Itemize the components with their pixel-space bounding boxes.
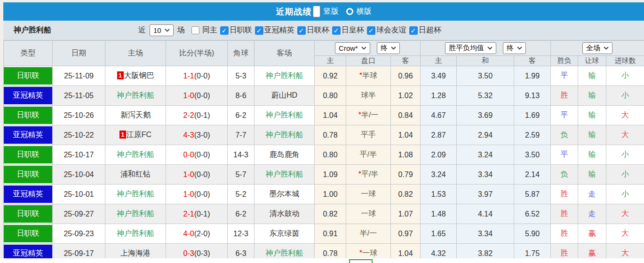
league-type-badge: 日职联 — [4, 67, 52, 85]
radio-vertical-selected-icon[interactable] — [313, 6, 320, 17]
asian-odds-header: Crow* 终 — [315, 41, 421, 56]
fulltime-score: 4-0 — [183, 230, 194, 238]
home-team[interactable]: 神户胜利船 — [105, 224, 166, 244]
radio-horizontal-label[interactable]: 横版 — [357, 7, 372, 16]
asian-handicap: *半球 — [346, 66, 391, 86]
asian-away-odds: 1.04 — [391, 125, 421, 145]
home-team[interactable]: 神户胜利船 — [105, 86, 166, 106]
away-team[interactable]: 神户胜利船 — [254, 125, 315, 145]
filter-checkbox-item[interactable]: 同主 — [191, 25, 217, 35]
recent-count-select[interactable]: 10 — [150, 24, 174, 36]
match-type-cell: 日职联 — [4, 224, 53, 244]
filter-bar: 神户胜利船 近 10 场 同主✓日职联✓亚冠精英✓日联杯✓日皇杯✓球会友谊✓日超… — [3, 21, 644, 40]
filter-checkbox-item[interactable]: ✓日超杯 — [409, 25, 441, 35]
checkbox-label[interactable]: 日皇杯 — [342, 25, 364, 35]
chevron-down-icon — [361, 46, 366, 50]
euro-away-odds: 6.52 — [514, 204, 551, 224]
checkbox-label[interactable]: 日超杯 — [419, 25, 441, 35]
score: 0-0(0-0) — [166, 145, 228, 165]
home-team[interactable]: 神户胜利船 — [105, 204, 166, 224]
odds-source-select[interactable]: Crow* — [335, 42, 370, 54]
euro-home-odds: 1.53 — [421, 185, 457, 204]
league-type-badge: 亚冠精英 — [4, 126, 52, 144]
halftime-score: (0-0) — [194, 190, 210, 198]
filter-checkbox-item[interactable]: ✓日联杯 — [297, 25, 329, 35]
fulltime-score: 1-0 — [183, 190, 194, 198]
checkbox-checked-icon[interactable]: ✓ — [409, 26, 418, 35]
away-team[interactable]: 神户胜利船 — [254, 66, 315, 86]
home-team[interactable]: 浦和红钻 — [105, 165, 166, 185]
league-type-badge: 日职联 — [4, 146, 52, 163]
away-team[interactable]: 东京绿茵 — [254, 224, 315, 244]
bottom-strip — [0, 258, 644, 263]
home-team[interactable]: 1大阪钢巴 — [105, 66, 166, 86]
chevron-down-icon — [391, 46, 396, 50]
result-handicap: 输 — [578, 86, 606, 106]
result-goals: 大 — [606, 224, 644, 244]
asian-home-odds: 0.78 — [315, 125, 346, 145]
away-team[interactable]: 神户胜利船 — [254, 165, 315, 185]
euro-metric-select[interactable]: 胜平负均值 — [445, 42, 496, 54]
match-date: 25-10-01 — [53, 185, 105, 204]
radio-vertical-label[interactable]: 竖版 — [324, 7, 339, 16]
checkbox-unchecked-icon[interactable] — [191, 26, 199, 34]
title-bar: 近期战绩 竖版 横版 — [3, 2, 644, 21]
euro-away-odds: 5.87 — [514, 185, 551, 204]
filter-checkbox-item[interactable]: ✓球会友谊 — [367, 25, 406, 35]
result-wdl: 平 — [551, 145, 578, 165]
asian-handicap: 平/半 — [346, 145, 391, 165]
radio-horizontal-unselected-icon[interactable] — [346, 8, 353, 15]
away-team[interactable]: 蔚山HD — [254, 86, 315, 106]
filter-checkbox-item[interactable]: ✓日皇杯 — [332, 25, 364, 35]
result-scope-header: 全场 — [551, 41, 644, 56]
away-team[interactable]: 神户胜利船 — [254, 106, 315, 125]
home-team[interactable]: 1江原FC — [105, 125, 166, 145]
asian-home-odds: 0.80 — [315, 145, 346, 165]
checkbox-checked-icon[interactable]: ✓ — [367, 26, 375, 35]
checkbox-checked-icon[interactable]: ✓ — [255, 26, 263, 35]
col-header-away: 客场 — [254, 41, 315, 66]
euro-away-odds: 1.99 — [514, 66, 551, 86]
scope-select[interactable]: 全场 — [582, 42, 612, 54]
checkbox-label[interactable]: 日职联 — [230, 25, 252, 35]
euro-away-odds: 9.13 — [514, 86, 551, 106]
away-team[interactable]: 鹿岛鹿角 — [254, 145, 315, 165]
result-handicap: 输 — [578, 125, 606, 145]
asian-home-odds: 1.04 — [315, 106, 346, 125]
checkbox-checked-icon[interactable]: ✓ — [297, 26, 306, 35]
checkbox-label[interactable]: 球会友谊 — [376, 25, 406, 35]
sub-header-asian-home: 主 — [315, 56, 346, 66]
filter-checkbox-group: 同主✓日职联✓亚冠精英✓日联杯✓日皇杯✓球会友谊✓日超杯 — [189, 25, 441, 35]
filter-checkbox-item[interactable]: ✓亚冠精英 — [255, 25, 294, 35]
league-type-badge: 亚冠精英 — [4, 87, 52, 104]
star-marker: * — [359, 249, 362, 257]
checkbox-label[interactable]: 日联杯 — [307, 25, 329, 35]
away-team[interactable]: 墨尔本城 — [254, 185, 315, 204]
away-team[interactable]: 清水鼓动 — [254, 204, 315, 224]
match-row: 亚冠精英25-10-221江原FC4-3(3-0)7-7神户胜利船0.78平手1… — [4, 125, 644, 145]
asian-time-select[interactable]: 终 — [377, 42, 400, 54]
halftime-score: (0-1) — [194, 210, 210, 218]
asian-handicap: 球半 — [346, 86, 391, 106]
checkbox-checked-icon[interactable]: ✓ — [220, 26, 229, 35]
score: 1-0(0-0) — [166, 86, 228, 106]
fulltime-score: 2-1 — [183, 210, 194, 218]
euro-draw-odds: 3.69 — [457, 106, 514, 125]
checkbox-label[interactable]: 亚冠精英 — [264, 25, 294, 35]
result-handicap: 输 — [578, 66, 606, 86]
euro-draw-odds: 5.32 — [457, 86, 514, 106]
checkbox-checked-icon[interactable]: ✓ — [332, 26, 341, 35]
euro-draw-odds: 3.50 — [457, 66, 514, 86]
euro-draw-odds: 3.24 — [457, 145, 514, 165]
euro-away-odds: 2.59 — [514, 125, 551, 145]
sub-header-handicap: 盘口 — [346, 56, 391, 66]
match-date: 25-10-26 — [53, 106, 105, 125]
checkbox-label[interactable]: 同主 — [202, 25, 217, 35]
asian-away-odds: 0.79 — [391, 165, 421, 185]
filter-checkbox-item[interactable]: ✓日职联 — [220, 25, 252, 35]
home-team[interactable]: 神户胜利船 — [105, 185, 166, 204]
home-team[interactable]: 新泻天鹅 — [105, 106, 166, 125]
home-team[interactable]: 神户胜利船 — [105, 145, 166, 165]
euro-time-select[interactable]: 终 — [503, 42, 526, 54]
match-row: 日职联25-11-091大阪钢巴1-1(0-0)5-3神户胜利船0.92*半球0… — [4, 66, 644, 86]
